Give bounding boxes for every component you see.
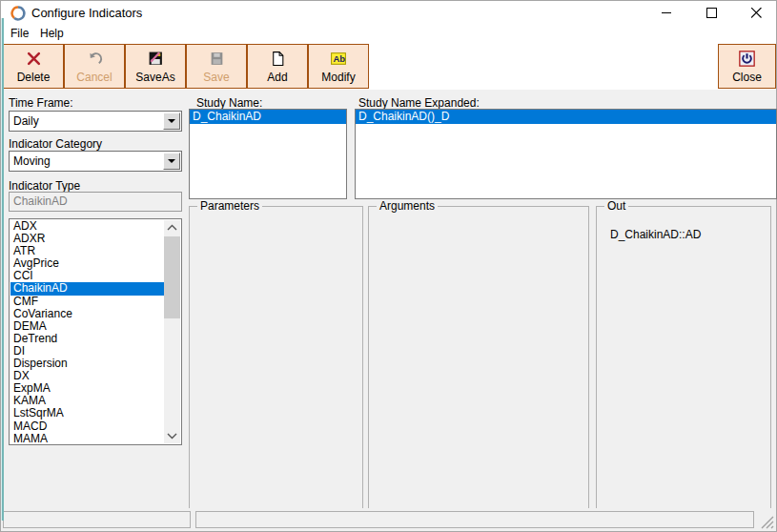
svg-text:Ab: Ab xyxy=(333,53,345,64)
chevron-down-icon[interactable] xyxy=(163,113,180,130)
title-bar: Configure Indicators xyxy=(1,1,776,25)
indicator-type-label: Indicator Type xyxy=(9,179,80,193)
saveas-button[interactable]: SaveAs xyxy=(125,44,186,89)
study-name-expanded-selected-row[interactable]: D_ChaikinAD()_D xyxy=(356,110,776,124)
time-frame-select[interactable]: Daily xyxy=(9,111,182,132)
modify-button-label: Modify xyxy=(309,71,368,84)
list-item[interactable]: DEMA xyxy=(10,320,164,333)
modify-button[interactable]: Ab Modify xyxy=(308,44,369,89)
ab-edit-icon: Ab xyxy=(309,49,368,69)
delete-button[interactable]: Delete xyxy=(3,44,64,89)
save-button-label: Save xyxy=(187,71,246,84)
time-frame-label: Time Frame: xyxy=(9,96,73,110)
out-groupbox: Out D_ChaikinAD::AD xyxy=(596,206,771,509)
list-item[interactable]: ChaikinAD xyxy=(10,282,164,295)
delete-x-icon xyxy=(4,49,63,69)
indicator-type-field: ChaikinAD xyxy=(9,192,182,212)
indicator-list-scrollbar[interactable] xyxy=(164,220,180,443)
close-button-label: Close xyxy=(719,71,775,84)
indicator-category-value: Moving xyxy=(13,154,51,168)
window-title: Configure Indicators xyxy=(31,6,142,20)
study-name-expanded-label: Study Name Expanded: xyxy=(358,96,480,110)
add-button-label: Add xyxy=(248,71,307,84)
study-name-label: Study Name: xyxy=(196,96,262,110)
new-document-icon xyxy=(248,49,307,69)
indicator-category-label: Indicator Category xyxy=(9,137,102,151)
delete-button-label: Delete xyxy=(4,71,63,84)
desktop-edge-strip xyxy=(1,18,4,521)
scroll-down-icon[interactable] xyxy=(164,429,180,443)
menu-help[interactable]: Help xyxy=(35,25,69,42)
scroll-up-icon[interactable] xyxy=(164,220,180,235)
close-button[interactable]: Close xyxy=(718,44,776,89)
maximize-icon[interactable] xyxy=(697,1,726,25)
app-logo-icon xyxy=(10,5,27,22)
list-item[interactable]: MAMA xyxy=(10,433,164,443)
out-value: D_ChaikinAD::AD xyxy=(610,228,701,241)
indicator-listbox: ADXADXRATRAvgPriceCCIChaikinADCMFCoVaria… xyxy=(9,218,182,445)
toolbar: Delete Cancel SaveAs xyxy=(1,42,776,90)
resize-grip[interactable] xyxy=(761,516,774,529)
close-window-icon[interactable] xyxy=(742,1,770,25)
list-item[interactable]: MACD xyxy=(10,420,164,433)
menu-bar: File Help xyxy=(1,25,776,42)
list-item[interactable]: CoVariance xyxy=(10,308,164,320)
list-item[interactable]: CMF xyxy=(10,296,164,308)
arguments-groupbox: Arguments xyxy=(368,206,589,509)
add-button[interactable]: Add xyxy=(247,44,308,89)
study-name-list: D_ChaikinAD xyxy=(189,109,347,199)
cancel-button[interactable]: Cancel xyxy=(64,44,125,89)
floppy-icon xyxy=(187,49,246,69)
status-panel-left xyxy=(3,511,191,528)
configure-indicators-dialog: Configure Indicators File Help Delete xyxy=(0,0,777,532)
study-name-expanded-list: D_ChaikinAD()_D xyxy=(355,109,777,199)
arguments-label: Arguments xyxy=(377,199,438,213)
list-item[interactable]: AvgPrice xyxy=(10,257,164,270)
list-item[interactable]: Dispersion xyxy=(10,358,164,370)
save-button[interactable]: Save xyxy=(186,44,247,89)
saveas-button-label: SaveAs xyxy=(126,71,185,84)
status-panel-main xyxy=(195,511,754,528)
undo-arrow-icon xyxy=(65,49,124,69)
indicator-list: ADXADXRATRAvgPriceCCIChaikinADCMFCoVaria… xyxy=(10,220,164,443)
parameters-groupbox: Parameters xyxy=(189,206,363,509)
time-frame-value: Daily xyxy=(13,114,39,128)
study-name-selected-row[interactable]: D_ChaikinAD xyxy=(190,110,346,124)
indicator-category-select[interactable]: Moving xyxy=(9,151,182,172)
floppy-pencil-icon xyxy=(126,49,185,69)
scrollbar-thumb[interactable] xyxy=(164,236,180,318)
parameters-label: Parameters xyxy=(197,199,262,213)
cancel-button-label: Cancel xyxy=(65,71,124,84)
chevron-down-icon[interactable] xyxy=(163,153,180,170)
out-label: Out xyxy=(604,199,628,213)
menu-file[interactable]: File xyxy=(6,25,33,42)
list-item[interactable]: DeTrend xyxy=(10,333,164,345)
status-bar xyxy=(1,508,776,531)
minimize-icon[interactable] xyxy=(652,1,681,25)
list-item[interactable]: LstSqrMA xyxy=(10,407,164,419)
power-icon xyxy=(719,49,775,69)
